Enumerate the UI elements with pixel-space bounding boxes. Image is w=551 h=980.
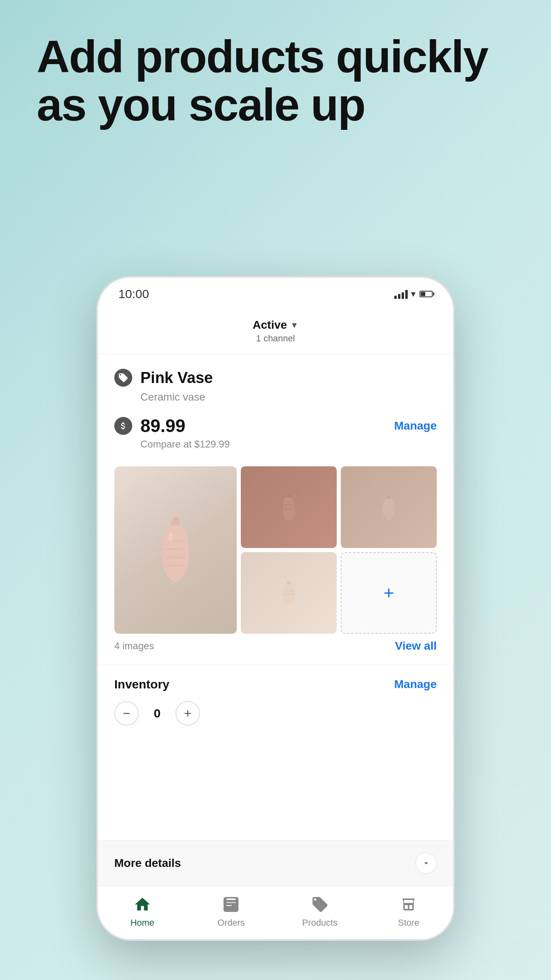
orders-svg [222, 895, 240, 913]
nav-item-store[interactable]: Store [384, 894, 433, 928]
wifi-icon: ▾ [411, 289, 415, 299]
active-status-row: Active ▼ [114, 318, 437, 332]
store-icon [398, 894, 419, 915]
thumbnail-image-3[interactable] [241, 552, 337, 634]
dollar-svg [118, 421, 128, 431]
bottom-nav: Home Orders [98, 886, 453, 939]
status-time: 10:00 [118, 287, 149, 301]
plus-icon: + [384, 583, 394, 603]
hero-title: Add products quickly as you scale up [37, 33, 514, 129]
active-header: Active ▼ 1 channel [98, 310, 453, 354]
status-bar: 10:00 ▾ [98, 278, 453, 310]
home-icon [132, 894, 153, 915]
inventory-header: Inventory Manage [114, 677, 437, 691]
svg-point-1 [168, 533, 173, 543]
main-image-inner [114, 466, 237, 634]
product-name: Pink Vase [140, 369, 213, 387]
inventory-title: Inventory [114, 677, 169, 691]
products-svg [311, 895, 329, 913]
product-section: Pink Vase Ceramic vase 89.99 Manage [98, 354, 453, 462]
chevron-down-icon[interactable]: ▼ [290, 321, 298, 330]
nav-item-orders[interactable]: Orders [207, 894, 256, 928]
view-all-button[interactable]: View all [395, 639, 437, 653]
more-details-toggle[interactable] [415, 853, 437, 874]
status-icons: ▾ [394, 289, 433, 299]
dollar-icon [114, 417, 132, 435]
app-content: Active ▼ 1 channel Pink Vase Ceramic vas… [98, 310, 453, 939]
price-left: 89.99 [114, 416, 185, 436]
products-icon [309, 894, 331, 915]
add-image-button[interactable]: + [341, 552, 437, 634]
images-count: 4 images [114, 640, 154, 652]
hero-section: Add products quickly as you scale up [37, 33, 514, 129]
nav-label-store: Store [398, 918, 420, 928]
active-label: Active [253, 318, 287, 332]
nav-item-home[interactable]: Home [118, 894, 167, 928]
price-value: 89.99 [140, 416, 185, 436]
nav-label-products: Products [302, 918, 338, 928]
orders-icon [220, 894, 242, 915]
tag-icon [114, 369, 132, 387]
manage-price-button[interactable]: Manage [394, 419, 437, 432]
compare-at-price: Compare at $129.99 [140, 439, 437, 450]
channel-count: 1 channel [114, 333, 437, 344]
phone-frame: 10:00 ▾ Active ▼ 1 channel [98, 278, 453, 939]
more-details-label: More details [114, 857, 181, 870]
battery-icon [420, 291, 433, 297]
quantity-value: 0 [151, 706, 163, 720]
more-details-bar: More details [98, 840, 453, 886]
nav-label-home: Home [130, 918, 154, 928]
chevron-down-icon [422, 859, 431, 868]
thumbnail-image-2[interactable] [341, 466, 437, 548]
thumbnail-image-1[interactable] [241, 466, 337, 548]
signal-icon [394, 289, 408, 299]
nav-item-products[interactable]: Products [295, 894, 344, 928]
thumb-vase-1-svg [277, 491, 301, 523]
price-row: 89.99 Manage [114, 416, 437, 436]
nav-label-orders: Orders [218, 918, 245, 928]
thumb-vase-3-svg [278, 579, 300, 607]
store-svg [400, 895, 418, 913]
product-name-row: Pink Vase [114, 369, 437, 387]
home-svg [133, 895, 151, 913]
increment-button[interactable]: + [176, 701, 200, 726]
phone-mockup: 10:00 ▾ Active ▼ 1 channel [98, 278, 453, 939]
decrement-button[interactable]: − [114, 701, 139, 726]
images-footer: 4 images View all [114, 639, 437, 653]
images-grid: + [114, 466, 437, 634]
product-description: Ceramic vase [140, 391, 437, 403]
tag-svg [118, 372, 129, 383]
thumb-vase-2-svg [378, 493, 400, 521]
main-product-image[interactable] [114, 466, 237, 634]
manage-inventory-button[interactable]: Manage [394, 678, 437, 691]
vase-svg [147, 509, 204, 591]
quantity-control: − 0 + [114, 701, 437, 726]
inventory-section: Inventory Manage − 0 + [98, 665, 453, 738]
